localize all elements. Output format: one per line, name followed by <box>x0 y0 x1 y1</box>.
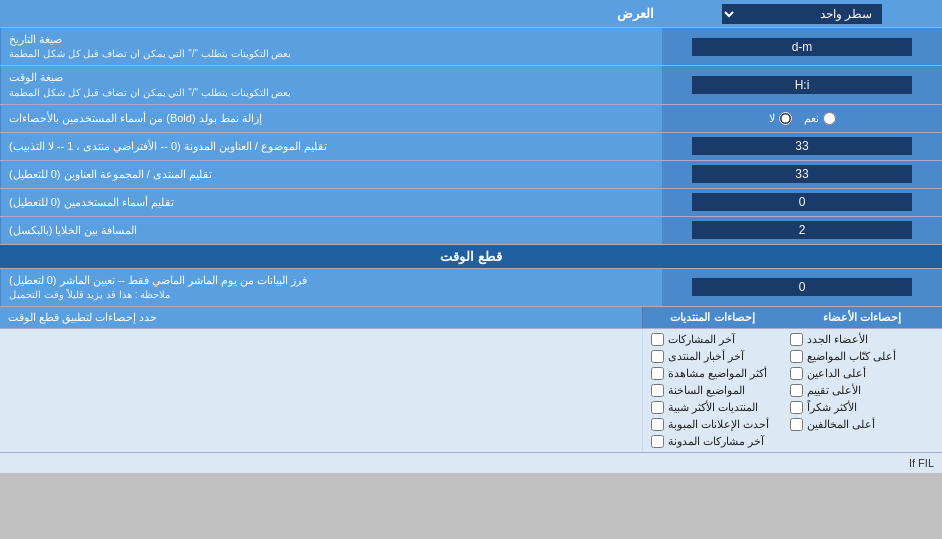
radio-yes[interactable] <box>823 112 836 125</box>
cb-col1-label-4: الأكثر شكراً <box>807 401 857 414</box>
time-format-label: صيغة الوقت <box>9 70 63 85</box>
date-format-row: صيغة التاريخ بعض التكوينات يتطلب "/" الت… <box>0 28 942 66</box>
trim-usernames-input[interactable] <box>692 193 912 211</box>
col2-checkboxes: آخر المشاركات آخر أخبار المنتدى أكثر الم… <box>642 329 782 452</box>
cb-col1-0[interactable] <box>790 333 803 346</box>
sort-forum-label-cell: تقليم المنتدى / المجموعة العناوين (0 للت… <box>0 161 662 188</box>
cb-col1-label-0: الأعضاء الجدد <box>807 333 868 346</box>
cb-col1-item-3[interactable]: الأعلى تقييم <box>786 382 938 399</box>
date-format-input[interactable] <box>692 38 912 56</box>
cb-col1-3[interactable] <box>790 384 803 397</box>
display-label: العرض <box>0 2 662 25</box>
cell-spacing-label: المسافة بين الخلايا (بالبكسل) <box>9 223 138 238</box>
cb-col1-2[interactable] <box>790 367 803 380</box>
remove-bold-radio-cell[interactable]: نعم لا <box>662 105 942 132</box>
realtime-section-header: قطع الوقت <box>0 245 942 269</box>
cb-col2-label-4: المنتديات الأكثر شبية <box>668 401 758 414</box>
cb-col1-label-2: أعلى الداعين <box>807 367 866 380</box>
cb-col2-label-3: المواضيع الساخنة <box>668 384 745 397</box>
trim-usernames-label-cell: تقليم أسماء المستخدمين (0 للتعطيل) <box>0 189 662 216</box>
time-format-row: صيغة الوقت بعض التكوينات يتطلب "/" التي … <box>0 66 942 104</box>
cb-col2-4[interactable] <box>651 401 664 414</box>
radio-yes-label[interactable]: نعم <box>804 112 836 125</box>
realtime-data-sublabel: ملاحظة : هذا قد يزيد قليلاً وقت التحميل <box>9 288 170 302</box>
sort-topics-label: تقليم الموضوع / العناوين المدونة (0 -- ا… <box>9 139 327 154</box>
realtime-data-label-cell: فرز البيانات من يوم الماشر الماضي فقط --… <box>0 269 662 306</box>
cb-col2-label-6: آخر مشاركات المدونة <box>668 435 764 448</box>
cb-col2-item-6[interactable]: آخر مشاركات المدونة <box>647 433 778 450</box>
sort-forum-row: تقليم المنتدى / المجموعة العناوين (0 للت… <box>0 161 942 189</box>
cell-spacing-input-cell[interactable] <box>662 217 942 244</box>
date-format-input-cell[interactable] <box>662 28 942 65</box>
realtime-label: قطع الوقت <box>440 249 502 264</box>
col1-checkboxes: الأعضاء الجدد أعلى كتّاب المواضيع أعلى ا… <box>782 329 942 452</box>
remove-bold-label-cell: إزالة نمط بولد (Bold) من أسماء المستخدمي… <box>0 105 662 132</box>
sort-forum-label: تقليم المنتدى / المجموعة العناوين (0 للت… <box>9 167 212 182</box>
cb-col2-2[interactable] <box>651 367 664 380</box>
cb-col1-item-4[interactable]: الأكثر شكراً <box>786 399 938 416</box>
radio-no[interactable] <box>779 112 792 125</box>
date-format-sublabel: بعض التكوينات يتطلب "/" التي يمكن ان تضا… <box>9 47 291 61</box>
cb-col2-label-5: أحدث الإعلانات المبوبة <box>668 418 769 431</box>
cb-col2-item-1[interactable]: آخر أخبار المنتدى <box>647 348 778 365</box>
time-format-input-cell[interactable] <box>662 66 942 103</box>
cb-col2-item-4[interactable]: المنتديات الأكثر شبية <box>647 399 778 416</box>
cell-spacing-input[interactable] <box>692 221 912 239</box>
realtime-data-label: فرز البيانات من يوم الماشر الماضي فقط --… <box>9 273 307 288</box>
time-format-label-cell: صيغة الوقت بعض التكوينات يتطلب "/" التي … <box>0 66 662 103</box>
cb-col2-label-1: آخر أخبار المنتدى <box>668 350 744 363</box>
cb-col2-0[interactable] <box>651 333 664 346</box>
cb-col1-label-5: أعلى المخالفين <box>807 418 875 431</box>
stats-limit-label: حدد إحصاءات لتطبيق قطع الوقت <box>0 307 642 328</box>
cb-col2-6[interactable] <box>651 435 664 448</box>
radio-no-label[interactable]: لا <box>769 112 792 125</box>
date-format-label: صيغة التاريخ <box>9 32 62 47</box>
cb-col1-item-1[interactable]: أعلى كتّاب المواضيع <box>786 348 938 365</box>
stats-spacer <box>0 329 642 452</box>
cb-col1-item-0[interactable]: الأعضاء الجدد <box>786 331 938 348</box>
cb-col1-label-1: أعلى كتّاب المواضيع <box>807 350 896 363</box>
display-row: العرض سطر واحد سطرين ثلاثة أسطر <box>0 0 942 28</box>
checkboxes-area: آخر المشاركات آخر أخبار المنتدى أكثر الم… <box>0 329 942 453</box>
cb-col1-5[interactable] <box>790 418 803 431</box>
trim-usernames-input-cell[interactable] <box>662 189 942 216</box>
footer-note-text: If FIL <box>909 457 934 469</box>
cb-col1-item-2[interactable]: أعلى الداعين <box>786 365 938 382</box>
time-format-sublabel: بعض التكوينات يتطلب "/" التي يمكن ان تضا… <box>9 86 291 100</box>
cb-col2-item-2[interactable]: أكثر المواضيع مشاهدة <box>647 365 778 382</box>
footer-note: If FIL <box>0 453 942 473</box>
cb-col1-1[interactable] <box>790 350 803 363</box>
cell-spacing-row: المسافة بين الخلايا (بالبكسل) <box>0 217 942 245</box>
cb-col2-item-0[interactable]: آخر المشاركات <box>647 331 778 348</box>
realtime-data-input[interactable] <box>692 278 912 296</box>
cb-col1-label-3: الأعلى تقييم <box>807 384 861 397</box>
sort-topics-input[interactable] <box>692 137 912 155</box>
sort-topics-row: تقليم الموضوع / العناوين المدونة (0 -- ا… <box>0 133 942 161</box>
cb-col2-item-5[interactable]: أحدث الإعلانات المبوبة <box>647 416 778 433</box>
stats-header-row: حدد إحصاءات لتطبيق قطع الوقت إحصاءات الم… <box>0 307 942 329</box>
remove-bold-row: إزالة نمط بولد (Bold) من أسماء المستخدمي… <box>0 105 942 133</box>
sort-forum-input-cell[interactable] <box>662 161 942 188</box>
sort-topics-label-cell: تقليم الموضوع / العناوين المدونة (0 -- ا… <box>0 133 662 160</box>
realtime-data-input-cell[interactable] <box>662 269 942 306</box>
col2-header: إحصاءات المنتديات <box>642 307 782 328</box>
remove-bold-label: إزالة نمط بولد (Bold) من أسماء المستخدمي… <box>9 111 262 126</box>
cb-col2-1[interactable] <box>651 350 664 363</box>
sort-forum-input[interactable] <box>692 165 912 183</box>
display-select[interactable]: سطر واحد سطرين ثلاثة أسطر <box>722 4 882 24</box>
cb-col1-4[interactable] <box>790 401 803 414</box>
time-format-input[interactable] <box>692 76 912 94</box>
realtime-data-row: فرز البيانات من يوم الماشر الماضي فقط --… <box>0 269 942 307</box>
cb-col2-item-3[interactable]: المواضيع الساخنة <box>647 382 778 399</box>
cb-col2-label-0: آخر المشاركات <box>668 333 735 346</box>
cb-col2-3[interactable] <box>651 384 664 397</box>
cb-col1-item-5[interactable]: أعلى المخالفين <box>786 416 938 433</box>
main-container: العرض سطر واحد سطرين ثلاثة أسطر صيغة الت… <box>0 0 942 473</box>
trim-usernames-row: تقليم أسماء المستخدمين (0 للتعطيل) <box>0 189 942 217</box>
sort-topics-input-cell[interactable] <box>662 133 942 160</box>
cb-col2-5[interactable] <box>651 418 664 431</box>
date-format-label-cell: صيغة التاريخ بعض التكوينات يتطلب "/" الت… <box>0 28 662 65</box>
cb-col2-label-2: أكثر المواضيع مشاهدة <box>668 367 767 380</box>
cell-spacing-label-cell: المسافة بين الخلايا (بالبكسل) <box>0 217 662 244</box>
display-dropdown-cell[interactable]: سطر واحد سطرين ثلاثة أسطر <box>662 1 942 27</box>
